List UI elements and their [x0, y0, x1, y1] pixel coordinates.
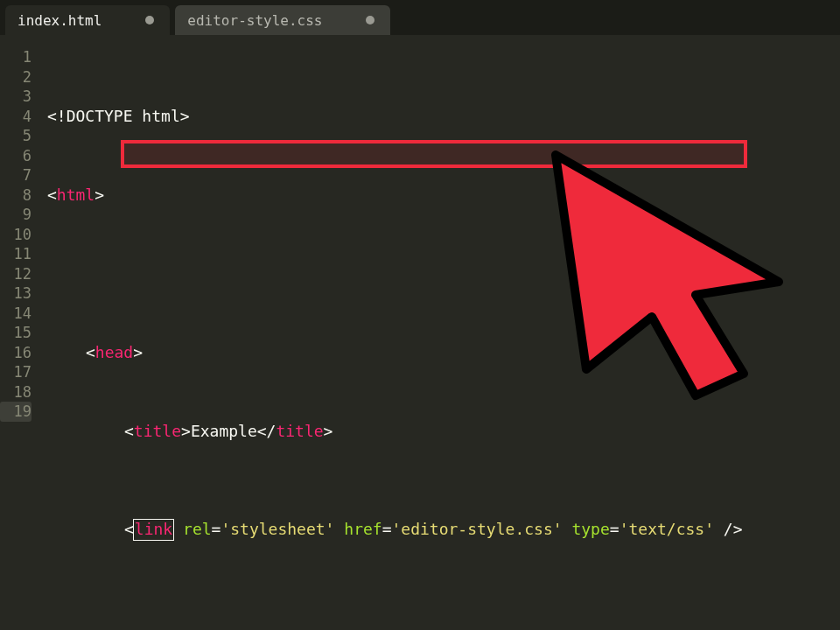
token-doctype: <!DOCTYPE html>	[47, 107, 190, 125]
code-line	[47, 598, 743, 619]
search-match: link	[134, 520, 173, 540]
token-tag: link	[135, 520, 172, 538]
code-editor[interactable]: 1 2 3 4 5 6 7 8 9 10 11 12 13 14 15 16 1…	[0, 35, 840, 630]
code-line: <!DOCTYPE html>	[47, 107, 743, 127]
token-tag: title	[134, 422, 181, 440]
tab-label: editor-style.css	[187, 12, 322, 29]
line-number: 17	[0, 362, 32, 382]
code-line: <title>Example</title>	[47, 422, 743, 442]
line-number: 7	[0, 165, 32, 186]
code-line: <html>	[47, 186, 743, 206]
token-string: 'stylesheet'	[220, 520, 334, 538]
line-number: 4	[0, 107, 32, 127]
line-number: 16	[0, 343, 32, 363]
token-string: 'text/css'	[620, 520, 714, 538]
line-number: 13	[0, 284, 32, 304]
line-number: 8	[0, 186, 32, 206]
line-number: 18	[0, 382, 32, 402]
tab-label: index.html	[18, 12, 102, 29]
token-tag: html	[57, 186, 94, 204]
code-line	[47, 264, 743, 284]
line-number: 12	[0, 264, 32, 284]
token-attr: type	[571, 520, 609, 538]
line-number: 3	[0, 87, 32, 107]
token-text: Example	[191, 422, 257, 440]
token-attr: href	[344, 520, 382, 538]
line-number: 6	[0, 146, 32, 166]
tab-editor-style-css[interactable]: editor-style.css	[175, 5, 390, 35]
line-number: 10	[0, 225, 32, 245]
token-tag: title	[276, 422, 323, 440]
line-number: 9	[0, 205, 32, 225]
line-number: 2	[0, 67, 32, 88]
line-number: 11	[0, 244, 32, 264]
token-tag: head	[95, 343, 133, 361]
line-number: 15	[0, 323, 32, 343]
token-attr: rel	[183, 520, 212, 538]
line-number: 19	[0, 402, 32, 422]
line-number: 5	[0, 126, 32, 146]
token-string: 'editor-style.css'	[392, 520, 563, 538]
code-line: <head>	[47, 343, 743, 363]
dirty-indicator-icon	[145, 16, 154, 24]
tab-index-html[interactable]: index.html	[5, 5, 170, 35]
code-area[interactable]: <!DOCTYPE html> <html> <head> <title>Exa…	[38, 35, 743, 630]
line-number-gutter: 1 2 3 4 5 6 7 8 9 10 11 12 13 14 15 16 1…	[0, 35, 38, 630]
dirty-indicator-icon	[366, 16, 374, 24]
tab-bar: index.html editor-style.css	[0, 0, 840, 35]
line-number: 14	[0, 304, 32, 324]
code-line-highlighted: <link rel='stylesheet' href='editor-styl…	[47, 520, 743, 540]
line-number: 1	[0, 47, 32, 67]
